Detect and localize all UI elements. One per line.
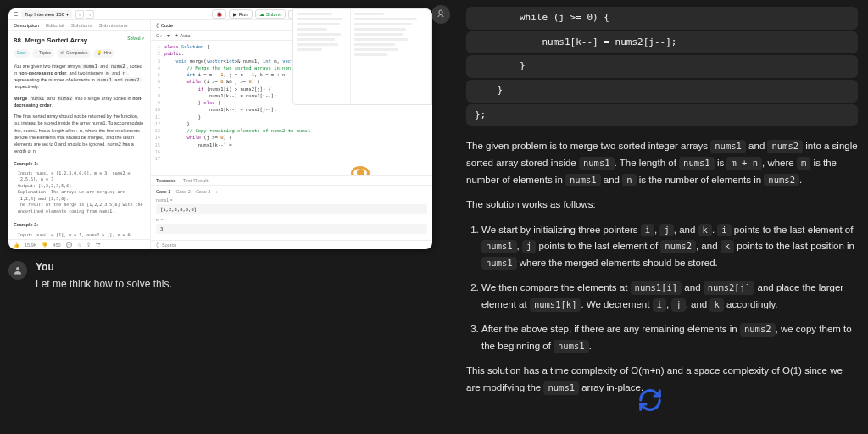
nums1-input[interactable]: [1,2,3,0,0,0] — [156, 204, 427, 214]
user-message: Let me think how to solve this. — [36, 278, 432, 290]
description-pane: Description Editorial Solutions Submissi… — [8, 20, 151, 249]
case-2-tab[interactable]: Case 2 — [175, 189, 190, 194]
add-case-button[interactable]: + — [215, 189, 218, 194]
tab-editorial[interactable]: Editorial — [46, 23, 64, 28]
tab-solutions[interactable]: Solutions — [71, 23, 92, 28]
case-1-tab[interactable]: Case 1 — [156, 189, 170, 194]
companies-tag[interactable]: 🏷 Companies — [57, 49, 91, 58]
breadcrumb[interactable]: Top Interview 150 ▾ — [21, 10, 72, 18]
share-icon[interactable]: ⇪ — [86, 242, 91, 248]
next-problem-button[interactable]: › — [86, 10, 94, 19]
source-icon: ⟨⟩ — [156, 242, 159, 248]
thumbs-up-icon[interactable]: 👍 — [14, 242, 19, 248]
list-icon: ☰ — [14, 11, 18, 17]
tab-submissions[interactable]: Submissions — [98, 23, 127, 28]
topics-tag[interactable]: ◦ Topics — [32, 49, 54, 58]
auto-toggle[interactable]: ✦ Auto — [175, 32, 191, 38]
tab-testcase[interactable]: Testcase — [156, 178, 176, 183]
problem-description: You are given two integer arrays nums1 a… — [14, 63, 145, 240]
debug-button[interactable]: 🐞 — [212, 9, 226, 19]
svg-point-0 — [16, 267, 19, 270]
comment-icon[interactable]: 💬 — [66, 242, 72, 248]
thumbs-down-icon[interactable]: 👎 — [42, 242, 47, 248]
difficulty-badge: Easy — [14, 49, 30, 58]
tab-code[interactable]: ⟨⟩ Code — [156, 22, 173, 28]
case-3-tab[interactable]: Case 3 — [196, 189, 210, 194]
submit-button[interactable]: ☁ Submit — [255, 9, 287, 19]
m-input[interactable]: 3 — [156, 224, 427, 234]
star-icon[interactable]: ☆ — [77, 242, 81, 248]
hint-tag[interactable]: 💡 Hint — [93, 49, 114, 58]
leetcode-screenshot: ☰ Top Interview 150 ▾ ‹ › 🐞 ▶ Run ☁ Subm… — [8, 8, 432, 249]
chevron-down-icon: ▾ — [66, 11, 69, 17]
problem-title: 88. Merge Sorted Array — [14, 36, 87, 46]
assistant-message: while (j >= 0) { nums1[k--] = nums2[j--]… — [466, 7, 858, 397]
user-label: You — [36, 261, 432, 273]
tab-description[interactable]: Description — [14, 23, 39, 28]
feedback-icon[interactable]: ⁇ — [96, 242, 101, 248]
assistant-avatar — [432, 5, 450, 24]
breadcrumb-title: Top Interview 150 — [25, 12, 64, 17]
language-select[interactable]: C++ ▾ — [156, 32, 170, 38]
user-avatar — [8, 261, 27, 280]
prev-problem-button[interactable]: ‹ — [75, 10, 84, 19]
run-button[interactable]: ▶ Run — [229, 9, 253, 19]
regenerate-button[interactable] — [637, 387, 663, 419]
mini-preview — [292, 8, 432, 105]
solved-badge: Solved ✓ — [127, 36, 145, 46]
tab-testresult[interactable]: Test Result — [183, 178, 209, 183]
